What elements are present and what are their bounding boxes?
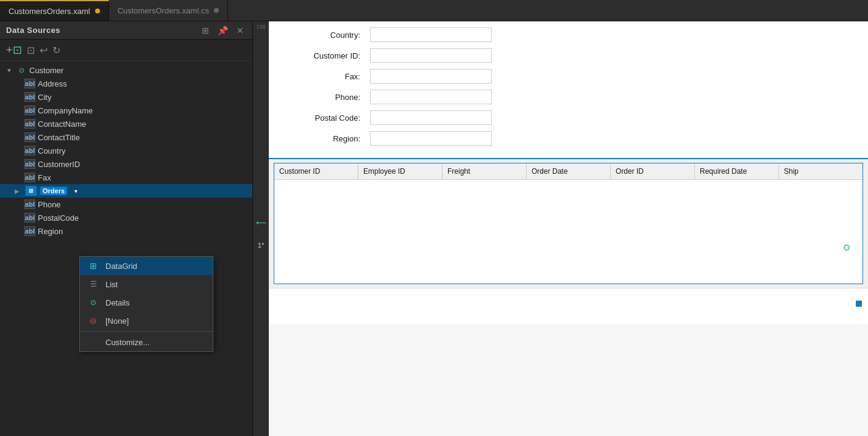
orders-icon: ⊞ (26, 186, 37, 196)
tab-cs-label: CustomersOrders.xaml.cs (118, 6, 209, 15)
country-input[interactable] (370, 27, 492, 42)
postalcode-label: Postal Code: (287, 113, 360, 123)
tree-item-contacttitle-label: ContactTitle (38, 133, 80, 142)
form-row-region: Region: (287, 131, 850, 146)
close-sidebar-icon[interactable]: ✕ (234, 24, 246, 37)
postalcode-input[interactable] (370, 110, 492, 125)
datagrid-header: Customer ID Employee ID Freight Order Da… (274, 163, 863, 180)
none-icon: ⊖ (87, 316, 99, 326)
fax-input[interactable] (370, 69, 492, 84)
form-row-postalcode: Postal Code: (287, 110, 850, 125)
pin-vertical-icon[interactable]: 📌 (215, 24, 230, 37)
menu-item-datagrid-label: DataGrid (105, 262, 137, 271)
orders-context-menu: ⊞ DataGrid ☰ List ⊙ Details ⊖ [None] Cus… (79, 256, 213, 352)
bottom-area (269, 288, 868, 324)
main-layout: Data Sources ⊞ 📌 ✕ +⊡ ⊡ ↩ ↻ ▼ ⊙ Customer (0, 21, 868, 436)
delete-datasource-button[interactable]: ↩ (40, 45, 48, 56)
customer-expand-arrow: ▼ (6, 67, 13, 74)
menu-item-datagrid[interactable]: ⊞ DataGrid (80, 257, 213, 275)
phone-field-icon: abl (24, 199, 35, 209)
resize-handle-bottom[interactable] (856, 301, 862, 307)
menu-item-details-label: Details (105, 298, 130, 307)
tree-item-city-label: City (38, 93, 51, 102)
contactname-field-icon: abl (24, 119, 35, 129)
tree-item-contactname[interactable]: abl ContactName (0, 117, 252, 130)
tree-item-city[interactable]: abl City (0, 90, 252, 104)
tree-item-phone[interactable]: abl Phone (0, 198, 252, 211)
pin-icon[interactable]: ⊞ (199, 24, 212, 37)
tree-item-country[interactable]: abl Country (0, 144, 252, 157)
ruler-mark-asterisk: 1* (258, 241, 264, 249)
tree-item-customerid[interactable]: abl CustomerID (0, 157, 252, 171)
tree-item-postalcode-label: PostalCode (38, 213, 79, 223)
menu-item-customize[interactable]: Customize... (80, 333, 213, 351)
sidebar-title: Data Sources (6, 26, 60, 35)
datagrid-col-orderdate: Order Date (527, 163, 611, 179)
tree-item-companyname-label: CompanyName (38, 106, 93, 115)
orders-expand-arrow: ▶ (15, 188, 22, 195)
tree-item-postalcode[interactable]: abl PostalCode (0, 211, 252, 224)
datagrid-container[interactable]: Customer ID Employee ID Freight Order Da… (274, 163, 863, 284)
tree-item-region-label: Region (38, 227, 63, 236)
city-field-icon: abl (24, 92, 35, 102)
sidebar: Data Sources ⊞ 📌 ✕ +⊡ ⊡ ↩ ↻ ▼ ⊙ Customer (0, 21, 253, 436)
region-field-icon: abl (24, 226, 35, 236)
tree-item-fax-label: Fax (38, 173, 51, 182)
tree-item-contacttitle[interactable]: abl ContactTitle (0, 130, 252, 144)
region-label: Region: (287, 134, 360, 143)
tab-cs[interactable]: CustomersOrders.xaml.cs (109, 0, 228, 21)
content-area: 136 ⟵ 1* Country: Customer ID: (253, 21, 868, 436)
tab-bar: CustomersOrders.xaml CustomersOrders.xam… (0, 0, 868, 21)
add-datasource-button[interactable]: +⊡ (6, 43, 22, 57)
orders-dropdown-button[interactable]: ▾ (72, 187, 80, 195)
form-row-fax: Fax: (287, 69, 850, 84)
tree-item-customerid-label: CustomerID (38, 160, 80, 169)
menu-item-none-label: [None] (105, 316, 129, 326)
tree-item-orders-label: Orders (40, 187, 67, 195)
list-icon: ☰ (87, 279, 99, 289)
datagrid-icon: ⊞ (87, 261, 99, 271)
customerid-input[interactable] (370, 48, 492, 63)
customerid-label: Customer ID: (287, 51, 360, 60)
tree-item-contactname-label: ContactName (38, 120, 86, 129)
form-row-phone: Phone: (287, 90, 850, 104)
menu-item-details[interactable]: ⊙ Details (80, 293, 213, 312)
fax-label: Fax: (287, 72, 360, 81)
edit-datasource-button[interactable]: ⊡ (27, 45, 35, 56)
menu-item-none[interactable]: ⊖ [None] (80, 312, 213, 330)
form-row-country: Country: (287, 27, 850, 42)
tree-item-address[interactable]: abl Address (0, 77, 252, 90)
address-spacer (15, 80, 22, 87)
sidebar-header-icons: ⊞ 📌 ✕ (199, 24, 246, 37)
tree-item-orders[interactable]: ▶ ⊞ Orders ▾ (0, 184, 252, 198)
menu-item-list-label: List (105, 280, 118, 289)
tree-item-address-label: Address (38, 79, 67, 88)
ruler: 136 ⟵ 1* (253, 21, 269, 436)
details-icon: ⊙ (87, 298, 99, 307)
customize-icon (87, 337, 99, 347)
menu-item-list[interactable]: ☰ List (80, 275, 213, 293)
customerid-field-icon: abl (24, 159, 35, 169)
tree-item-fax[interactable]: abl Fax (0, 171, 252, 184)
fax-field-icon: abl (24, 173, 35, 182)
phone-input[interactable] (370, 90, 492, 104)
tab-xaml-label: CustomersOrders.xaml (9, 7, 90, 16)
tree-item-companyname[interactable]: abl CompanyName (0, 104, 252, 117)
datagrid-col-freight: Freight (443, 163, 527, 179)
ruler-connector-icon[interactable]: ⟵ (256, 218, 266, 227)
datagrid-col-employeeid: Employee ID (358, 163, 443, 179)
datagrid-body (274, 180, 863, 284)
tab-xaml-modified-dot (95, 9, 100, 13)
ruler-mark-136: 136 (256, 24, 265, 30)
tree-item-customer[interactable]: ▼ ⊙ Customer (0, 63, 252, 77)
refresh-datasource-button[interactable]: ↻ (52, 45, 60, 56)
country-label: Country: (287, 30, 360, 40)
address-field-icon: abl (24, 79, 35, 88)
tab-xaml[interactable]: CustomersOrders.xaml (0, 0, 109, 21)
region-input[interactable] (370, 131, 492, 146)
content-inner: Country: Customer ID: Fax: Phone: (269, 21, 868, 436)
phone-label: Phone: (287, 93, 360, 102)
bottom-resize-area (269, 288, 868, 313)
tree-item-region[interactable]: abl Region (0, 224, 252, 238)
datagrid-col-ship: Ship (779, 163, 863, 179)
